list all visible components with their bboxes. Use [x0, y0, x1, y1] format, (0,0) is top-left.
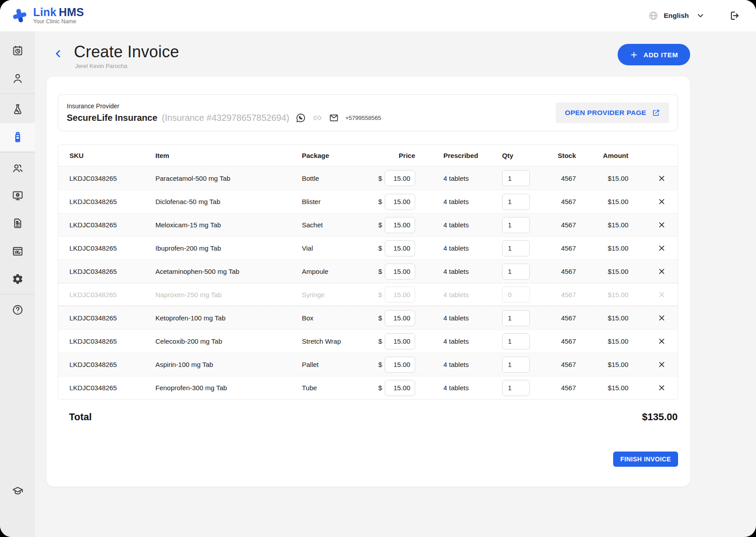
- currency-symbol: $: [378, 291, 382, 298]
- cell-stock: 4567: [531, 268, 576, 275]
- open-provider-page-button[interactable]: OPEN PROVIDER PAGE: [556, 102, 669, 123]
- price-input[interactable]: [385, 310, 415, 326]
- sidebar-item-staff[interactable]: [0, 154, 35, 182]
- cell-package: Box: [302, 314, 372, 322]
- qty-input[interactable]: [502, 333, 530, 349]
- cell-sku: LKDJC0348265: [69, 361, 155, 368]
- remove-item-button[interactable]: [657, 220, 667, 230]
- price-input[interactable]: [385, 217, 415, 233]
- insurance-provider-label: Insurance Provider: [67, 102, 381, 110]
- table-row: LKDJC0348265 Naproxen-250 mg Tab Syringe…: [58, 283, 678, 306]
- currency-symbol: $: [378, 384, 382, 392]
- price-input[interactable]: [385, 240, 415, 256]
- cell-item: Meloxicam-15 mg Tab: [155, 221, 302, 229]
- remove-item-button[interactable]: [657, 173, 667, 183]
- sidebar-item-lab[interactable]: [0, 95, 35, 123]
- sidebar-divider: [0, 94, 35, 94]
- logout-icon[interactable]: [729, 10, 740, 21]
- sidebar-divider: [0, 152, 35, 153]
- price-input[interactable]: [385, 380, 415, 396]
- app-logo: LinkHMS Your Clinic Name: [11, 7, 84, 25]
- cell-amount: $15.00: [576, 314, 628, 322]
- sidebar-item-reports[interactable]: [0, 237, 35, 265]
- cell-item: Naproxen-250 mg Tab: [155, 291, 302, 298]
- cell-stock: 4567: [531, 244, 576, 252]
- sidebar-item-billing[interactable]: [0, 209, 35, 237]
- currency-symbol: $: [378, 361, 382, 368]
- remove-item-button[interactable]: [657, 290, 667, 300]
- cell-prescribed: 4 tablets: [415, 221, 502, 229]
- back-button[interactable]: [52, 48, 64, 60]
- sidebar-item-education[interactable]: [0, 477, 35, 505]
- cell-prescribed: 4 tablets: [415, 175, 502, 182]
- cell-item: Ketoprofen-100 mg Tab: [155, 314, 302, 322]
- cell-stock: 4567: [531, 314, 576, 322]
- monitor-gear-icon: [12, 190, 24, 202]
- patient-icon: [12, 72, 24, 85]
- price-input[interactable]: [385, 264, 415, 280]
- cell-item: Celecoxib-200 mg Tab: [155, 337, 302, 345]
- language-selector[interactable]: English: [649, 11, 705, 21]
- price-input[interactable]: [385, 333, 415, 349]
- cell-sku: LKDJC0348265: [69, 337, 155, 345]
- sidebar-item-patients[interactable]: [0, 64, 35, 92]
- remove-item-button[interactable]: [657, 313, 667, 323]
- sidebar-item-pharmacy[interactable]: [0, 123, 35, 151]
- col-header-item: Item: [155, 152, 302, 159]
- qty-input[interactable]: [502, 170, 530, 186]
- table-row: LKDJC0348265 Fenoprofen-300 mg Tab Tube …: [58, 376, 678, 399]
- col-header-sku: SKU: [69, 152, 155, 159]
- price-input[interactable]: [385, 357, 415, 373]
- sidebar-item-workstation[interactable]: [0, 182, 35, 209]
- qty-input[interactable]: [502, 264, 530, 280]
- cell-sku: LKDJC0348265: [69, 314, 155, 322]
- cell-stock: 4567: [531, 337, 576, 345]
- price-input[interactable]: [385, 194, 415, 210]
- table-header-row: SKU Item Package Price Prescribed Qty St…: [58, 145, 678, 166]
- qty-input[interactable]: [502, 194, 530, 210]
- close-icon: [657, 244, 666, 252]
- close-icon: [657, 290, 666, 299]
- sidebar-item-help[interactable]: [0, 296, 35, 324]
- price-input[interactable]: [385, 286, 415, 303]
- currency-symbol: $: [378, 268, 382, 275]
- remove-item-button[interactable]: [657, 243, 667, 253]
- invoice-items-table: SKU Item Package Price Prescribed Qty St…: [58, 145, 678, 400]
- qty-input[interactable]: [502, 357, 530, 373]
- qty-input[interactable]: [502, 286, 530, 303]
- price-input[interactable]: [385, 170, 415, 186]
- graduation-cap-icon: [12, 485, 24, 497]
- whatsapp-icon[interactable]: [296, 113, 306, 123]
- remove-item-button[interactable]: [657, 336, 667, 346]
- cell-amount: $15.00: [576, 221, 628, 229]
- mail-icon[interactable]: [329, 113, 339, 123]
- table-row: LKDJC0348265 Ibuprofen-200 mg Tab Vial $…: [58, 236, 678, 260]
- remove-item-button[interactable]: [657, 266, 667, 277]
- lab-flask-icon: [12, 103, 24, 115]
- qty-input[interactable]: [502, 217, 530, 233]
- remove-item-button[interactable]: [657, 383, 667, 393]
- cell-stock: 4567: [531, 198, 576, 205]
- total-label: Total: [69, 411, 92, 423]
- remove-item-button[interactable]: [657, 196, 667, 207]
- add-item-button[interactable]: ADD ITEM: [618, 44, 690, 65]
- cell-sku: LKDJC0348265: [69, 221, 155, 229]
- close-icon: [657, 174, 666, 183]
- remove-item-button[interactable]: [657, 359, 667, 370]
- external-link-icon: [652, 109, 660, 117]
- top-bar: LinkHMS Your Clinic Name English: [0, 0, 756, 31]
- link-icon[interactable]: [312, 113, 322, 123]
- sidebar-item-schedule[interactable]: [0, 37, 35, 64]
- help-icon: [12, 304, 24, 316]
- qty-input[interactable]: [502, 240, 530, 256]
- cell-item: Fenoprofen-300 mg Tab: [155, 384, 302, 392]
- qty-input[interactable]: [502, 380, 530, 396]
- close-icon: [657, 314, 666, 322]
- finish-invoice-button[interactable]: FINISH INVOICE: [613, 452, 678, 467]
- qty-input[interactable]: [502, 310, 530, 326]
- sidebar-item-settings[interactable]: [0, 265, 35, 293]
- cell-prescribed: 4 tablets: [415, 384, 502, 392]
- cell-prescribed: 4 tablets: [415, 337, 502, 345]
- table-row: LKDJC0348265 Diclofenac-50 mg Tab Bliste…: [58, 190, 678, 213]
- brand-name: LinkHMS: [33, 7, 84, 18]
